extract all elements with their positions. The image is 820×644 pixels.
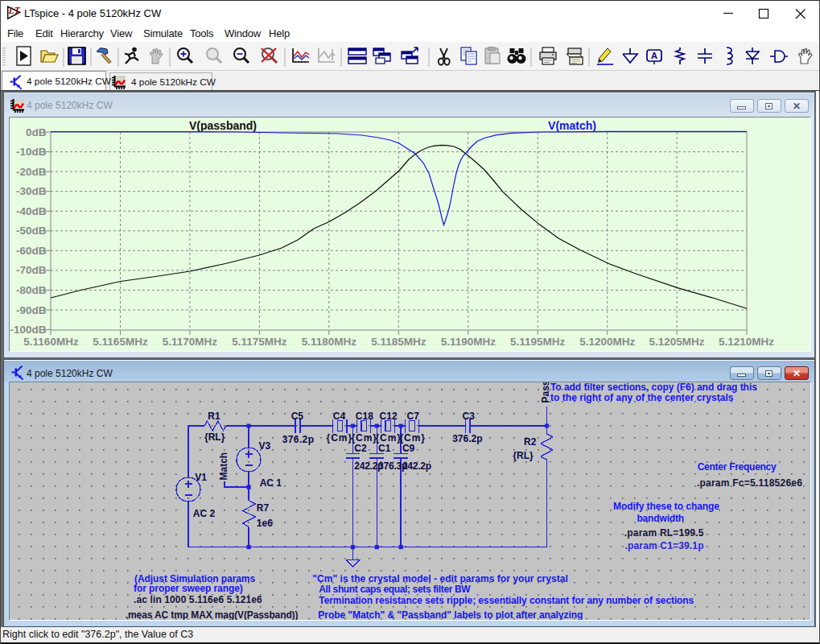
svg-text:C18: C18 [356,411,373,422]
svg-text:1e6: 1e6 [257,518,273,529]
svg-text:5.1190MHz: 5.1190MHz [441,336,497,348]
svg-text:.param RL=199.5: .param RL=199.5 [624,527,704,539]
svg-text:AC 1: AC 1 [260,477,282,489]
svg-text:to the right of any of the cen: to the right of any of the center crysta… [550,392,734,403]
svg-text:5.1210MHz: 5.1210MHz [719,336,774,348]
svg-text:bandwidth: bandwidth [637,513,684,524]
svg-text:R2: R2 [524,436,537,448]
svg-text:V3: V3 [258,440,270,452]
svg-text:LT: LT [8,5,21,16]
svg-text:C9: C9 [402,443,415,454]
svg-text:.param Fc=5.118526e6: .param Fc=5.118526e6 [697,477,802,489]
svg-text:-40dB: -40dB [16,205,47,217]
svg-text:R1: R1 [208,411,220,422]
svg-text:5.1175MHz: 5.1175MHz [232,336,287,348]
svg-text:Termination resistance sets ri: Termination resistance sets ripple; esse… [319,595,694,606]
svg-text:C1: C1 [378,443,391,454]
svg-text:242.2p: 242.2p [402,460,431,472]
svg-text:-90dB: -90dB [16,304,47,316]
svg-text:"Cm" is the crystal model - ed: "Cm" is the crystal model - edit params … [312,573,568,584]
svg-text:Probe "Match" & "Passband" lab: Probe "Match" & "Passband" labels to plo… [318,609,583,621]
svg-text:C2: C2 [354,443,367,454]
svg-text:All shunt caps equal; sets fil: All shunt caps equal; sets filter BW [319,584,471,595]
svg-text:R7: R7 [257,502,270,514]
svg-text:0dB: 0dB [26,126,47,138]
svg-text:-20dB: -20dB [16,166,47,178]
svg-text:-80dB: -80dB [16,284,47,296]
svg-text:.param C1=39.1p: .param C1=39.1p [625,540,704,551]
svg-text:-30dB: -30dB [16,185,47,197]
svg-text:-100dB: -100dB [10,324,46,336]
svg-text:5.1180MHz: 5.1180MHz [302,336,357,348]
svg-text:376.2p: 376.2p [452,433,482,444]
svg-text:C5: C5 [291,411,304,422]
svg-text:-60dB: -60dB [16,245,47,257]
svg-text:C3: C3 [463,411,476,422]
svg-text:V(passband): V(passband) [189,119,257,132]
svg-text:.meas AC tmp MAX mag(V(Passban: .meas AC tmp MAX mag(V(Passband)) [126,609,299,621]
svg-text:5.1195MHz: 5.1195MHz [510,336,566,348]
svg-text:for proper sweep range): for proper sweep range) [134,583,243,594]
svg-text:.ac lin 1000 5.116e6 5.121e6: .ac lin 1000 5.116e6 5.121e6 [134,594,262,605]
svg-text:Modify these to change: Modify these to change [613,501,719,512]
svg-text:{Cm}: {Cm} [327,432,352,444]
svg-text:To add filter sections, copy (: To add filter sections, copy (F6) and dr… [550,382,757,393]
svg-text:AC 2: AC 2 [193,508,216,519]
svg-text:-70dB: -70dB [16,264,47,276]
svg-text:C12: C12 [380,411,398,422]
svg-text:C7: C7 [407,411,420,422]
svg-text:Center Frequency: Center Frequency [698,461,777,473]
svg-text:Match: Match [218,452,229,481]
svg-text:V(match): V(match) [548,119,596,132]
svg-text:5.1165MHz: 5.1165MHz [93,336,148,348]
svg-text:-10dB: -10dB [16,146,47,158]
svg-text:V1: V1 [195,472,207,483]
svg-text:5.1205MHz: 5.1205MHz [649,336,705,348]
svg-text:376.2p: 376.2p [282,434,314,445]
svg-text:5.1160MHz: 5.1160MHz [23,336,79,348]
svg-text:-50dB: -50dB [16,225,47,237]
svg-text:C4: C4 [333,411,346,422]
svg-text:A: A [651,51,657,60]
svg-text:5.1170MHz: 5.1170MHz [163,336,218,348]
svg-text:{RL}: {RL} [513,450,534,461]
svg-text:{RL}: {RL} [204,431,225,443]
svg-text:5.1200MHz: 5.1200MHz [579,336,635,348]
svg-text:5.1185MHz: 5.1185MHz [371,336,426,348]
